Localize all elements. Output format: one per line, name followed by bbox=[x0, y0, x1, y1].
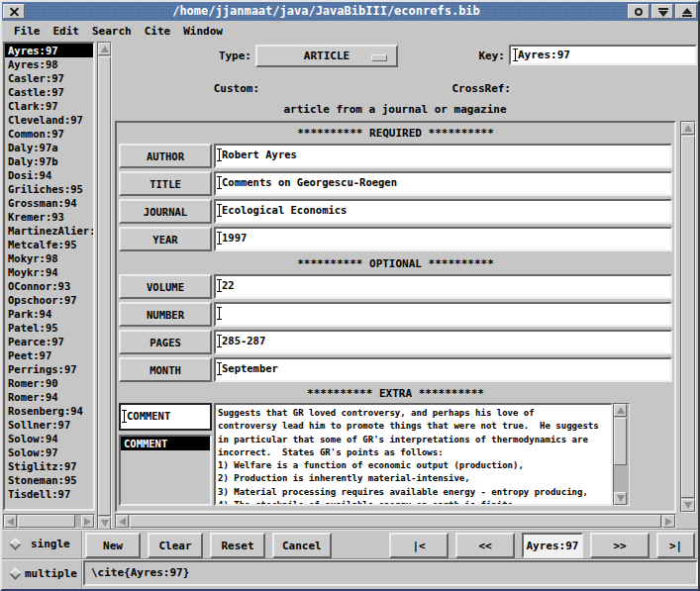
field-input[interactable]: Ecological Economics bbox=[214, 199, 672, 224]
field-label-button[interactable]: JOURNAL bbox=[119, 199, 212, 224]
list-item[interactable]: Mokyr:98 bbox=[5, 251, 93, 265]
field-input[interactable]: Robert Ayres bbox=[214, 144, 672, 168]
action-button[interactable]: New bbox=[85, 533, 141, 558]
scroll-right-button[interactable] bbox=[81, 515, 94, 528]
list-item[interactable]: Kremer:93 bbox=[5, 210, 93, 224]
scroll-down-button[interactable] bbox=[681, 499, 695, 512]
close-button[interactable] bbox=[3, 4, 25, 19]
scroll-right-button[interactable] bbox=[662, 515, 675, 528]
first-entry-button[interactable]: |< bbox=[389, 533, 449, 558]
custom-label[interactable]: Custom: bbox=[178, 82, 259, 95]
form-hscrollbar[interactable] bbox=[115, 514, 676, 529]
extra-field-name-input[interactable]: COMMENT bbox=[119, 403, 212, 431]
key-input[interactable]: Ayres:97 bbox=[509, 45, 697, 65]
scroll-up-button[interactable] bbox=[681, 122, 695, 135]
scroll-thumb[interactable] bbox=[98, 56, 111, 516]
action-button[interactable]: Cancel bbox=[272, 533, 332, 558]
list-item[interactable]: Peet:97 bbox=[5, 348, 93, 362]
field-label-button[interactable]: AUTHOR bbox=[119, 144, 212, 168]
list-item[interactable]: Castle:97 bbox=[5, 85, 93, 99]
field-input[interactable] bbox=[214, 302, 672, 327]
list-item[interactable]: Dosi:94 bbox=[5, 168, 93, 182]
single-radio-label[interactable]: single bbox=[31, 538, 70, 550]
list-item[interactable]: Ayres:97 bbox=[5, 44, 93, 57]
action-button[interactable]: Clear bbox=[148, 533, 203, 558]
list-item[interactable]: COMMENT bbox=[121, 437, 210, 450]
bar-icon bbox=[658, 8, 668, 10]
list-item[interactable]: Metcalfe:95 bbox=[5, 238, 93, 251]
scroll-down-button[interactable] bbox=[614, 492, 627, 505]
sidebar-vscrollbar[interactable] bbox=[97, 42, 112, 531]
scroll-thumb[interactable] bbox=[18, 515, 75, 528]
field-label-button[interactable]: VOLUME bbox=[119, 274, 212, 299]
list-item[interactable]: Moykr:94 bbox=[5, 265, 93, 279]
field-label-button[interactable]: YEAR bbox=[119, 227, 212, 251]
list-item[interactable]: Grossman:94 bbox=[5, 196, 93, 210]
prev-entry-button[interactable]: << bbox=[455, 533, 515, 558]
list-item[interactable]: Romer:90 bbox=[5, 376, 93, 390]
scroll-thumb[interactable] bbox=[614, 418, 627, 465]
crossref-label[interactable]: CrossRef: bbox=[428, 82, 511, 95]
list-item[interactable]: Pearce:97 bbox=[5, 335, 93, 348]
extra-text-area[interactable]: Suggests that GR loved controversy, and … bbox=[214, 403, 613, 506]
scroll-left-button[interactable] bbox=[4, 515, 17, 528]
list-item[interactable]: Daly:97b bbox=[5, 154, 93, 168]
field-label-button[interactable]: MONTH bbox=[119, 357, 212, 382]
single-radio[interactable] bbox=[9, 538, 22, 550]
field-label-button[interactable]: TITLE bbox=[119, 171, 212, 196]
list-item[interactable]: Park:94 bbox=[5, 307, 93, 321]
list-item[interactable]: Sollner:97 bbox=[5, 418, 93, 432]
list-item[interactable]: MartinezAlier:9 bbox=[5, 224, 93, 238]
list-item[interactable]: Tisdell:97 bbox=[5, 487, 93, 501]
list-item[interactable]: Perrings:97 bbox=[5, 362, 93, 376]
menu-item[interactable]: File bbox=[12, 23, 43, 40]
sidebar-hscrollbar[interactable] bbox=[3, 514, 95, 529]
list-item[interactable]: Solow:97 bbox=[5, 445, 93, 459]
textarea-vscrollbar[interactable] bbox=[613, 403, 630, 506]
list-item[interactable]: Griliches:95 bbox=[5, 182, 93, 196]
next-entry-button[interactable]: >> bbox=[590, 533, 650, 558]
field-input[interactable]: September bbox=[214, 357, 672, 382]
list-item[interactable]: Rosenberg:94 bbox=[5, 404, 93, 418]
list-item[interactable]: Stiglitz:97 bbox=[5, 459, 93, 473]
list-item[interactable]: Cleveland:97 bbox=[5, 113, 93, 127]
raise-button[interactable] bbox=[675, 4, 697, 19]
list-item[interactable]: Patel:95 bbox=[5, 321, 93, 335]
list-item[interactable]: Common:97 bbox=[5, 127, 93, 141]
scroll-left-button[interactable] bbox=[116, 515, 129, 528]
list-item[interactable]: Ayres:98 bbox=[5, 57, 93, 71]
titlebar[interactable]: /home/jjanmaat/java/JavaBibIII/econrefs.… bbox=[2, 2, 698, 21]
menu-item[interactable]: Edit bbox=[51, 23, 82, 40]
list-item[interactable]: OConnor:93 bbox=[5, 279, 93, 293]
field-input[interactable]: 22 bbox=[214, 274, 672, 299]
field-input[interactable]: 1997 bbox=[214, 227, 672, 251]
field-input[interactable]: Comments on Georgescu-Roegen bbox=[214, 171, 672, 196]
menu-item[interactable]: Cite bbox=[143, 23, 173, 40]
scroll-thumb[interactable] bbox=[130, 515, 661, 528]
field-label-button[interactable]: NUMBER bbox=[119, 302, 212, 327]
scroll-up-button[interactable] bbox=[614, 404, 627, 417]
menu-item[interactable]: Search bbox=[90, 23, 134, 40]
list-item[interactable]: Daly:97a bbox=[5, 141, 93, 154]
menu-item[interactable]: Window bbox=[181, 23, 225, 40]
scroll-up-button[interactable] bbox=[98, 43, 111, 55]
last-entry-button[interactable]: >| bbox=[656, 533, 695, 558]
list-item[interactable]: Solow:94 bbox=[5, 432, 93, 445]
lower-button[interactable] bbox=[651, 4, 673, 19]
type-dropdown[interactable]: ARTICLE bbox=[255, 45, 398, 67]
multiple-radio-label[interactable]: multiple bbox=[25, 567, 77, 580]
iconify-button[interactable] bbox=[628, 4, 650, 19]
multiple-radio[interactable] bbox=[9, 567, 22, 580]
cite-command-field[interactable]: \cite{Ayres:97} bbox=[83, 560, 698, 586]
list-item[interactable]: Casler:97 bbox=[5, 71, 93, 85]
field-input[interactable]: 285-287 bbox=[214, 330, 672, 354]
scroll-thumb[interactable] bbox=[681, 136, 695, 498]
action-button[interactable]: Reset bbox=[210, 533, 265, 558]
list-item[interactable]: Clark:97 bbox=[5, 99, 93, 113]
form-vscrollbar[interactable] bbox=[680, 121, 696, 513]
current-entry-field[interactable]: Ayres:97 bbox=[522, 533, 583, 558]
field-label-button[interactable]: PAGES bbox=[119, 330, 212, 354]
list-item[interactable]: Opschoor:97 bbox=[5, 293, 93, 307]
list-item[interactable]: Stoneman:95 bbox=[5, 473, 93, 487]
list-item[interactable]: Romer:94 bbox=[5, 390, 93, 404]
